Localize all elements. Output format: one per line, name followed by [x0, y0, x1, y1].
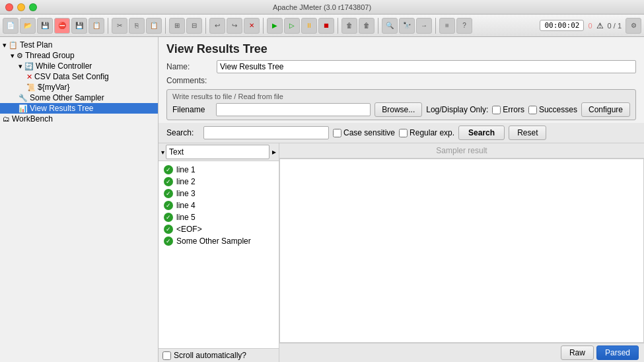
save2-button[interactable]: 💾 — [71, 18, 87, 34]
save3-button[interactable]: 📋 — [89, 18, 104, 34]
stop-icon[interactable]: ⛔ — [54, 18, 70, 34]
cut-button[interactable]: ✂ — [112, 18, 127, 34]
successes-checkbox[interactable] — [528, 106, 537, 114]
search-button[interactable]: Search — [458, 126, 505, 140]
tree-item-view-results-tree[interactable]: 📊 View Results Tree — [0, 103, 158, 114]
redo-button[interactable]: ↪ — [227, 18, 242, 34]
result-status-icon: ✓ — [164, 189, 173, 198]
parsed-tab[interactable]: Parsed — [596, 345, 639, 360]
arrow-button[interactable]: → — [416, 18, 432, 34]
settings-button[interactable]: ⚙ — [626, 18, 641, 34]
tree-item-test-plan[interactable]: ▾ 📋 Test Plan — [0, 40, 158, 50]
regular-exp-text: Regular exp. — [410, 128, 454, 137]
play-button[interactable]: ▶ — [267, 18, 283, 34]
sampler-result-label: Sampler result — [279, 143, 644, 159]
tree-item-while-controller[interactable]: ▾ 🔄 While Controller — [0, 61, 158, 71]
filename-input[interactable] — [216, 103, 371, 116]
thread-group-expand-icon: ▾ — [11, 52, 15, 60]
separator — [263, 18, 264, 34]
regular-exp-label[interactable]: Regular exp. — [399, 128, 454, 137]
separator — [205, 18, 206, 34]
while-expand-icon: ▾ — [18, 62, 22, 71]
result-item-label: line 5 — [176, 213, 196, 222]
collapse-button[interactable]: ⊟ — [186, 18, 202, 34]
while-controller-icon: 🔄 — [24, 62, 34, 71]
result-item-line4[interactable]: ✓ line 4 — [159, 199, 279, 211]
scroll-auto-label[interactable]: Scroll automatically? — [162, 351, 246, 360]
tree-item-csv-dataset[interactable]: ✕ CSV Data Set Config — [0, 71, 158, 82]
search-input[interactable] — [203, 126, 329, 139]
window-title: Apache JMeter (3.0 r1743807) — [273, 3, 371, 11]
tree-item-myvar[interactable]: 📜 ${myVar} — [0, 82, 158, 92]
separator — [338, 18, 338, 34]
clear-all-button[interactable]: 🗑 — [359, 18, 375, 34]
help-button[interactable]: ? — [456, 18, 472, 34]
maximize-button[interactable] — [29, 3, 37, 11]
window-controls[interactable] — [5, 3, 37, 11]
copy-button[interactable]: ⎘ — [129, 18, 145, 34]
browse-button[interactable]: Browse... — [375, 102, 422, 117]
comments-label: Comments: — [166, 76, 213, 85]
separator — [108, 18, 108, 34]
result-item-some-other-sampler[interactable]: ✓ Some Other Sampler — [159, 235, 279, 247]
minimize-button[interactable] — [17, 3, 25, 11]
tree-item-workbench[interactable]: 🗂 WorkBench — [0, 114, 158, 124]
myvar-icon: 📜 — [26, 83, 36, 92]
scroll-auto-checkbox[interactable] — [162, 351, 171, 360]
case-sensitive-label[interactable]: Case sensitive — [333, 128, 395, 137]
reset-button[interactable]: Reset — [509, 126, 546, 140]
results-list: ✓ line 1 ✓ line 2 ✓ line 3 ✓ line 4 — [159, 161, 279, 348]
pause-button[interactable]: ⏸ — [301, 18, 317, 34]
timer-display: 00:00:02 — [540, 20, 584, 31]
scroll-right-icon[interactable]: ▸ — [272, 147, 276, 157]
clear-button[interactable]: 🗑 — [341, 18, 357, 34]
delete-button[interactable]: ✕ — [244, 18, 260, 34]
result-item-line2[interactable]: ✓ line 2 — [159, 176, 279, 188]
stop-button[interactable]: ⏹ — [318, 18, 334, 34]
result-status-icon: ✓ — [164, 201, 173, 210]
name-input[interactable] — [217, 60, 636, 73]
file-row: Filename Browse... Log/Display Only: Err… — [172, 102, 630, 117]
open-button[interactable]: 📂 — [20, 18, 36, 34]
close-button[interactable] — [5, 3, 13, 11]
collapse-left-icon[interactable]: ▾ — [161, 149, 164, 156]
thread-group-icon: ⚙ — [17, 52, 23, 60]
result-status-icon: ✓ — [164, 177, 173, 186]
search-icon-btn[interactable]: 🔍 — [382, 18, 398, 34]
name-row: Name: — [159, 59, 644, 75]
errors-checkbox-label[interactable]: Errors — [492, 105, 524, 114]
undo-button[interactable]: ↩ — [209, 18, 225, 34]
some-other-sampler-label: Some Other Sampler — [30, 93, 104, 102]
filename-label: Filename — [172, 105, 212, 114]
result-status-icon: ✓ — [164, 213, 173, 222]
paste-button[interactable]: 📋 — [146, 18, 162, 34]
workbench-icon: 🗂 — [3, 115, 10, 123]
result-item-line5[interactable]: ✓ line 5 — [159, 211, 279, 223]
play-no-pause-button[interactable]: ▷ — [284, 18, 300, 34]
separator — [435, 18, 436, 34]
test-plan-file-icon: 📋 — [9, 41, 18, 50]
errors-checkbox[interactable] — [492, 106, 501, 114]
list-button[interactable]: ≡ — [439, 18, 455, 34]
new-button[interactable]: 📄 — [3, 18, 18, 34]
expand-button[interactable]: ⊞ — [169, 18, 185, 34]
result-item-label: <EOF> — [176, 225, 202, 234]
tree-item-thread-group[interactable]: ▾ ⚙ Thread Group — [0, 50, 158, 61]
result-item-eof[interactable]: ✓ <EOF> — [159, 223, 279, 235]
warning-count: 0 — [588, 22, 592, 30]
result-item-label: Some Other Sampler — [176, 236, 251, 246]
save-button[interactable]: 💾 — [37, 18, 53, 34]
result-item-line1[interactable]: ✓ line 1 — [159, 164, 279, 176]
configure-button[interactable]: Configure — [581, 102, 630, 117]
raw-tab[interactable]: Raw — [561, 345, 594, 360]
search-row: Search: Case sensitive Regular exp. Sear… — [159, 123, 644, 143]
successes-checkbox-label[interactable]: Successes — [528, 105, 577, 114]
case-sensitive-checkbox[interactable] — [333, 129, 341, 137]
tree-item-some-other-sampler[interactable]: 🔧 Some Other Sampler — [0, 92, 158, 103]
binoculars-button[interactable]: 🔭 — [399, 18, 415, 34]
result-item-line3[interactable]: ✓ line 3 — [159, 188, 279, 199]
results-type-dropdown[interactable]: Text XML HTML JSON — [166, 145, 269, 159]
log-display-label: Log/Display Only: — [426, 105, 488, 114]
separator — [378, 18, 378, 34]
regular-exp-checkbox[interactable] — [399, 129, 408, 137]
